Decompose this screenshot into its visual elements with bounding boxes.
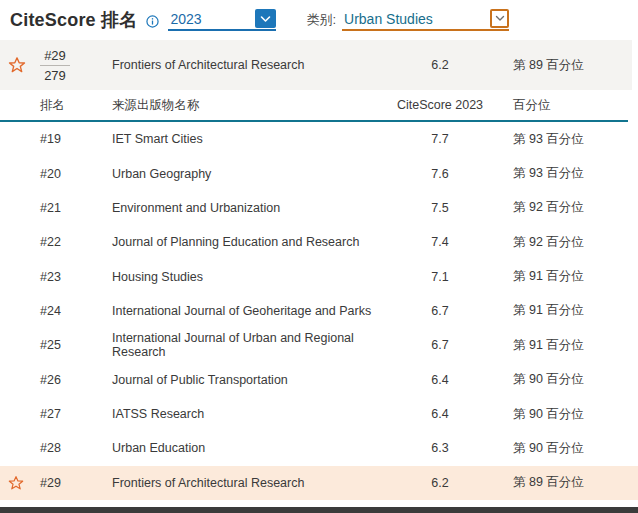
horizontal-scrollbar[interactable]: [0, 507, 638, 513]
row-rank: #26: [32, 373, 104, 387]
row-percentile-value: 第 89 百分位: [490, 474, 638, 491]
row-rank: #23: [32, 270, 104, 284]
row-percentile-value: 第 92 百分位: [490, 234, 638, 251]
row-percentile-value: 第 93 百分位: [490, 131, 638, 148]
row-rank: #20: [32, 167, 104, 181]
table-row[interactable]: #25 International Journal of Urban and R…: [0, 328, 638, 362]
row-citescore-value: 7.7: [390, 132, 490, 146]
row-citescore-value: 6.3: [390, 441, 490, 455]
row-citescore-value: 7.4: [390, 235, 490, 249]
category-dropdown-value: Urban Studies: [342, 10, 433, 28]
table-row[interactable]: #22 Journal of Planning Education and Re…: [0, 225, 638, 259]
row-rank: #19: [32, 132, 104, 146]
row-source-title[interactable]: International Journal of Urban and Regio…: [104, 331, 390, 359]
row-source-title[interactable]: Housing Studies: [104, 270, 390, 284]
category-dropdown-button[interactable]: [490, 9, 509, 28]
chevron-down-icon: [495, 15, 505, 22]
citescore-rank-header: CiteScore 排名 2023 类别: Urban Studies: [0, 0, 638, 40]
row-citescore-value: 6.7: [390, 304, 490, 318]
pinned-rank: #29: [44, 48, 66, 63]
row-citescore-value: 7.5: [390, 201, 490, 215]
table-row[interactable]: #21 Environment and Urbanization 7.5 第 9…: [0, 191, 638, 225]
chevron-down-icon: [260, 15, 271, 23]
row-percentile-value: 第 90 百分位: [490, 371, 638, 388]
column-header-percentile: 百分位: [490, 97, 638, 114]
row-citescore-value: 6.4: [390, 373, 490, 387]
pinned-total: 279: [44, 68, 66, 83]
category-label: 类别:: [306, 11, 336, 29]
pinned-source-row[interactable]: #29 279 Frontiers of Architectural Resea…: [0, 40, 632, 90]
row-source-title[interactable]: Journal of Public Transportation: [104, 373, 390, 387]
info-icon[interactable]: [146, 15, 159, 28]
row-citescore-value: 7.1: [390, 270, 490, 284]
row-rank: #25: [32, 338, 104, 352]
row-source-title[interactable]: International Journal of Geoheritage and…: [104, 304, 390, 318]
row-rank: #21: [32, 201, 104, 215]
table-row[interactable]: #27 IATSS Research 6.4 第 90 百分位: [0, 397, 638, 431]
table-body: #19 IET Smart Cities 7.7 第 93 百分位 #20 Ur…: [0, 122, 638, 500]
row-source-title[interactable]: IET Smart Cities: [104, 132, 390, 146]
fraction-divider: [40, 65, 70, 66]
table-row[interactable]: #20 Urban Geography 7.6 第 93 百分位: [0, 156, 638, 190]
row-source-title[interactable]: Urban Geography: [104, 167, 390, 181]
row-rank: #27: [32, 407, 104, 421]
row-citescore-value: 6.4: [390, 407, 490, 421]
category-dropdown[interactable]: Urban Studies: [342, 9, 509, 31]
row-rank: #24: [32, 304, 104, 318]
row-rank: #22: [32, 235, 104, 249]
favorite-star-icon[interactable]: [8, 56, 26, 74]
row-rank: #28: [32, 441, 104, 455]
table-header-row: 排名 来源出版物名称 CiteScore 2023 百分位: [0, 90, 628, 122]
row-source-title[interactable]: Journal of Planning Education and Resear…: [104, 235, 390, 249]
row-percentile-value: 第 90 百分位: [490, 406, 638, 423]
row-percentile-value: 第 92 百分位: [490, 199, 638, 216]
table-row[interactable]: #29 Frontiers of Architectural Research …: [0, 466, 638, 500]
favorite-star-icon[interactable]: [8, 475, 24, 491]
row-source-title[interactable]: Urban Education: [104, 441, 390, 455]
table-row[interactable]: #26 Journal of Public Transportation 6.4…: [0, 363, 638, 397]
table-row[interactable]: #23 Housing Studies 7.1 第 91 百分位: [0, 259, 638, 293]
pinned-citescore-value: 6.2: [390, 58, 490, 72]
row-source-title[interactable]: Environment and Urbanization: [104, 201, 390, 215]
row-percentile-value: 第 91 百分位: [490, 337, 638, 354]
row-percentile-value: 第 91 百分位: [490, 268, 638, 285]
row-citescore-value: 7.6: [390, 167, 490, 181]
pinned-rank-fraction: #29 279: [40, 48, 70, 83]
column-header-citescore: CiteScore 2023: [390, 98, 490, 112]
table-row[interactable]: #24 International Journal of Geoheritage…: [0, 294, 638, 328]
pinned-percentile-value: 第 89 百分位: [490, 57, 638, 74]
row-source-title[interactable]: Frontiers of Architectural Research: [104, 476, 390, 490]
row-percentile-value: 第 90 百分位: [490, 440, 638, 457]
column-header-source: 来源出版物名称: [104, 97, 390, 114]
row-source-title[interactable]: IATSS Research: [104, 407, 390, 421]
row-citescore-value: 6.7: [390, 338, 490, 352]
row-rank: #29: [32, 476, 104, 490]
row-citescore-value: 6.2: [390, 476, 490, 490]
table-row[interactable]: #28 Urban Education 6.3 第 90 百分位: [0, 431, 638, 465]
year-dropdown[interactable]: 2023: [168, 9, 276, 31]
pinned-source-title[interactable]: Frontiers of Architectural Research: [104, 58, 390, 72]
table-row[interactable]: #19 IET Smart Cities 7.7 第 93 百分位: [0, 122, 638, 156]
row-percentile-value: 第 93 百分位: [490, 165, 638, 182]
column-header-rank: 排名: [32, 97, 104, 114]
year-dropdown-value: 2023: [168, 10, 201, 28]
year-dropdown-button[interactable]: [255, 9, 276, 28]
page-title: CiteScore 排名: [10, 8, 137, 32]
row-percentile-value: 第 91 百分位: [490, 302, 638, 319]
